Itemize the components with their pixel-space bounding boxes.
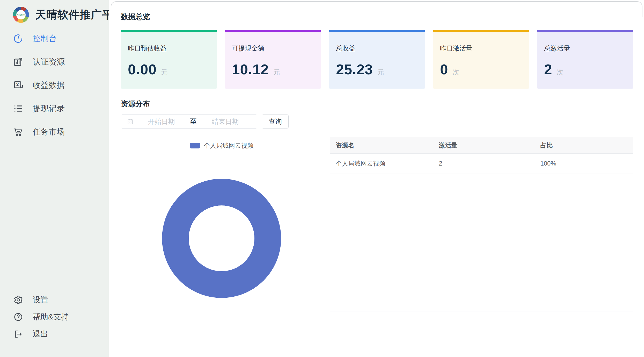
pie-chart-area: 个人局域网云视频	[121, 137, 322, 298]
sidebar-item-label: 设置	[33, 295, 48, 305]
table-row: 个人局域网云视频 2 100%	[330, 153, 633, 174]
sidebar: 天晴软件 天晴软件推广平台 控制台	[0, 0, 109, 357]
stat-card-withdrawable-amount: 可提现金额 10.12 元	[225, 30, 321, 89]
stat-card-yesterday-activations: 昨日激活量 0 次	[433, 30, 529, 89]
start-date-input[interactable]	[134, 118, 189, 126]
gear-icon	[13, 295, 23, 305]
card-label: 总收益	[336, 44, 425, 53]
sidebar-item-label: 提现记录	[33, 103, 65, 114]
sidebar-item-label: 控制台	[33, 33, 57, 44]
sidebar-item-certified-resources[interactable]: 认证资源	[0, 50, 109, 74]
sidebar-item-label: 帮助&支持	[33, 312, 69, 322]
chart-legend-item[interactable]: 个人局域网云视频	[190, 141, 254, 150]
sidebar-item-income-data[interactable]: ¥ 收益数据	[0, 74, 109, 97]
card-label: 总激活量	[544, 44, 633, 53]
income-data-icon: ¥	[13, 80, 23, 90]
withdraw-records-icon	[13, 103, 23, 114]
card-value: 0	[440, 61, 448, 78]
date-range-separator: 至	[189, 117, 198, 126]
card-unit: 元	[161, 68, 168, 77]
cell-activations: 2	[433, 153, 535, 174]
legend-label: 个人局域网云视频	[204, 141, 254, 150]
sidebar-item-label: 任务市场	[33, 126, 65, 137]
logo-pie-icon: 天晴软件	[13, 7, 29, 23]
stat-card-total-activations: 总激活量 2 次	[537, 30, 633, 89]
sidebar-nav: 控制台 认证资源 ¥	[0, 27, 109, 144]
card-value: 0.00	[128, 61, 157, 78]
card-unit: 元	[273, 68, 280, 77]
dashboard-icon	[13, 33, 23, 44]
card-unit: 次	[557, 68, 564, 77]
section-title-overview: 数据总览	[121, 0, 633, 22]
stat-card-yesterday-revenue: 昨日预估收益 0.00 元	[121, 30, 217, 89]
sidebar-item-task-market[interactable]: 任务市场	[0, 120, 109, 144]
card-accent-bar	[433, 30, 529, 32]
logo: 天晴软件 天晴软件推广平台	[0, 7, 109, 23]
donut-chart	[162, 179, 281, 298]
distribution-content: 个人局域网云视频 资源名 激活量 占比	[121, 137, 633, 311]
end-date-input[interactable]	[198, 118, 253, 126]
card-accent-bar	[121, 30, 217, 32]
card-label: 昨日激活量	[440, 44, 529, 53]
card-accent-bar	[225, 30, 321, 32]
sidebar-item-settings[interactable]: 设置	[0, 291, 109, 308]
sidebar-item-label: 认证资源	[33, 56, 65, 67]
logout-icon	[13, 329, 23, 339]
card-value: 10.12	[232, 61, 269, 78]
sidebar-item-logout[interactable]: 退出	[0, 325, 109, 342]
column-header-activations: 激活量	[433, 137, 535, 153]
task-market-icon	[13, 127, 23, 137]
stat-cards: 昨日预估收益 0.00 元 可提现金额 10.12 元 总收益 25.23	[121, 30, 633, 89]
card-value: 25.23	[336, 61, 373, 78]
sidebar-item-label: 退出	[33, 329, 48, 339]
card-unit: 元	[377, 68, 384, 77]
section-title-distribution: 资源分布	[121, 99, 633, 109]
table-header-row: 资源名 激活量 占比	[330, 137, 633, 153]
sidebar-footer-nav: 设置 帮助&支持 退出	[0, 291, 109, 342]
sidebar-item-help-support[interactable]: 帮助&支持	[0, 308, 109, 325]
cell-resource-name: 个人局域网云视频	[330, 153, 433, 174]
stat-card-total-revenue: 总收益 25.23 元	[329, 30, 425, 89]
date-filter-row: 至 查询	[121, 115, 633, 128]
column-header-resource-name: 资源名	[330, 137, 433, 153]
certified-resources-icon	[13, 57, 23, 67]
card-label: 昨日预估收益	[128, 44, 217, 53]
legend-marker	[190, 143, 200, 148]
resource-table: 资源名 激活量 占比 个人局域网云视频 2 100%	[330, 137, 633, 311]
app-root: 天晴软件 天晴软件推广平台 控制台	[0, 0, 644, 357]
sidebar-item-withdraw-records[interactable]: 提现记录	[0, 97, 109, 120]
help-icon	[13, 312, 23, 322]
card-accent-bar	[537, 30, 633, 32]
query-button[interactable]: 查询	[262, 115, 289, 128]
main-content: 数据总览 昨日预估收益 0.00 元 可提现金额 10.12 元	[109, 0, 644, 357]
svg-text:¥: ¥	[16, 82, 19, 87]
card-unit: 次	[453, 68, 459, 77]
card-value: 2	[544, 61, 552, 78]
card-accent-bar	[329, 30, 425, 32]
sidebar-item-console[interactable]: 控制台	[0, 27, 109, 50]
date-range-picker[interactable]: 至	[121, 115, 257, 128]
column-header-percentage: 占比	[535, 137, 633, 153]
card-label: 可提现金额	[232, 44, 321, 53]
logo-center-text: 天晴软件	[16, 10, 26, 19]
cell-percentage: 100%	[535, 153, 633, 174]
calendar-icon	[127, 118, 134, 125]
sidebar-item-label: 收益数据	[33, 80, 65, 91]
